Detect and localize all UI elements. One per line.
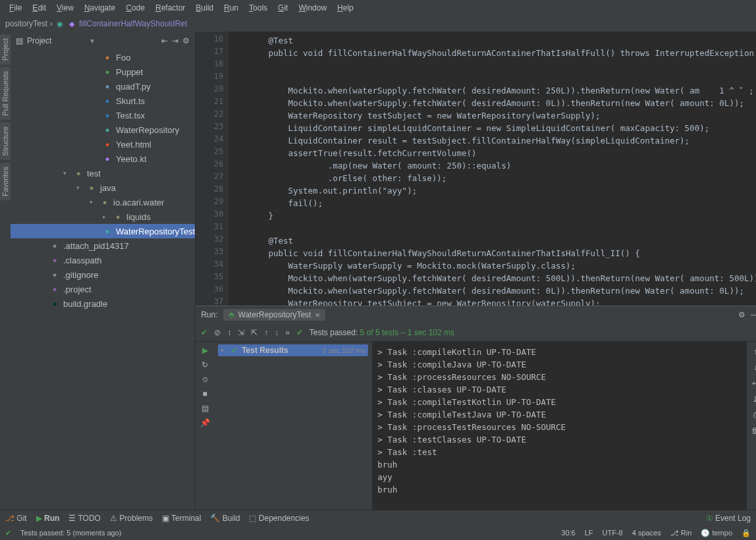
git-branch[interactable]: ⎇ Rin (670, 529, 692, 537)
layout-icon[interactable]: ▤ (202, 404, 209, 413)
tree-item[interactable]: ●.attach_pid14317 (11, 238, 195, 253)
tree-item[interactable]: ▾●java (11, 180, 195, 195)
menu-navigate[interactable]: Navigate (79, 3, 121, 13)
tree-item[interactable]: ●Yeet.html (11, 137, 195, 151)
expand-all-icon[interactable]: ⇥ (172, 36, 178, 45)
tree-item[interactable]: ●WaterRepository (11, 122, 195, 137)
prev-icon[interactable]: ↑ (264, 328, 268, 337)
left-tab-project[interactable]: Project (0, 34, 11, 65)
project-title[interactable]: Project (27, 36, 86, 45)
more-icon[interactable]: » (285, 328, 290, 337)
breadcrumb-segment[interactable]: positoryTest (5, 19, 47, 28)
tree-item[interactable]: ●.gitignore (11, 267, 195, 282)
print-icon[interactable]: ⎙ (753, 410, 756, 419)
soft-wrap-icon[interactable]: ↩ (752, 379, 756, 388)
tree-item[interactable]: ▾●io.acari.water (11, 195, 195, 209)
caret-position[interactable]: 30:6 (561, 529, 575, 537)
tool-run[interactable]: ▶ Run (36, 514, 60, 523)
tool-eventlog[interactable]: ① Event Log (706, 514, 751, 523)
left-tab-structure[interactable]: Structure (0, 122, 11, 160)
chevron-icon[interactable]: ▾ (90, 199, 96, 205)
left-tab-favorites[interactable]: Favorites (0, 163, 11, 200)
run-icon[interactable]: ▶ (202, 346, 208, 355)
project-tree[interactable]: ●Foo●Puppet●quadT.py●Skurt.ts●Test.tsx●W… (11, 50, 195, 510)
chevron-icon[interactable]: ▾ (76, 184, 83, 191)
pin-icon[interactable]: 📌 (200, 418, 210, 427)
clock[interactable]: 🕓 tempo (701, 529, 732, 537)
tree-item[interactable]: ●WaterRepositoryTest (11, 224, 195, 238)
close-icon[interactable]: ✕ (315, 311, 320, 319)
git-icon: ● (50, 270, 59, 279)
gear-icon[interactable]: ⚙ (182, 36, 190, 45)
menu-file[interactable]: File (4, 3, 27, 13)
expand-icon[interactable]: ⇲ (238, 328, 244, 337)
chevron-icon[interactable]: ▾ (63, 170, 70, 176)
collapse-icon[interactable]: ⇱ (251, 328, 257, 337)
tree-item[interactable]: ●Yeeto.kt (11, 151, 195, 166)
class-icon: ● (103, 227, 112, 236)
breadcrumb-method[interactable]: fillContainerHalfWayShouldRet (79, 19, 187, 28)
tool-terminal[interactable]: ▣ Terminal (162, 514, 201, 523)
filter-icon[interactable]: ⊘ (214, 328, 221, 337)
tree-item[interactable]: ●build.gradle (11, 296, 195, 311)
tree-item[interactable]: ●.classpath (11, 253, 195, 267)
tool-todo[interactable]: ☰ TODO (68, 514, 101, 523)
tree-item[interactable]: ●Foo (11, 50, 195, 65)
eclipse-icon: ● (50, 284, 59, 294)
menu-view[interactable]: View (51, 3, 79, 13)
tree-item-label: Yeet.html (116, 140, 151, 149)
chevron-down-icon[interactable]: ▾ (221, 347, 227, 354)
stop-icon[interactable]: ■ (203, 389, 207, 398)
tree-item-label: io.acari.water (113, 198, 164, 207)
chevron-icon[interactable]: ▸ (103, 213, 109, 220)
menu-edit[interactable]: Edit (27, 3, 51, 13)
tool-deps[interactable]: ⬚ Dependencies (249, 514, 309, 523)
tree-item[interactable]: ●Puppet (11, 65, 195, 79)
menu-refactor[interactable]: Refactor (150, 3, 190, 13)
project-view-icon[interactable]: ▤ (16, 36, 23, 45)
clear-icon[interactable]: 🗑 (751, 426, 756, 435)
kotlin-icon: ◆ (67, 19, 76, 28)
tree-item[interactable]: ●quadT.py (11, 79, 195, 94)
indent[interactable]: 4 spaces (632, 529, 661, 537)
tree-item[interactable]: ●Skurt.ts (11, 94, 195, 108)
test-results-tree[interactable]: ▾ ✔ Test Results 1 sec 102 ms (214, 342, 372, 510)
rerun-icon[interactable]: ↻ (202, 360, 208, 369)
up-icon[interactable]: ↑ (753, 347, 756, 356)
tree-item-label: .gitignore (63, 270, 98, 280)
menu-help[interactable]: Help (332, 3, 359, 13)
menu-build[interactable]: Build (190, 3, 219, 13)
down-icon[interactable]: ↓ (753, 363, 756, 372)
code-area[interactable]: @Test public void fillContainerHalfWaySh… (229, 32, 756, 306)
collapse-all-icon[interactable]: ⇤ (161, 36, 168, 45)
class-icon: ◉ (55, 19, 65, 28)
console-toolbar: ↑ ↓ ↩ ⤓ ⎙ 🗑 (747, 342, 756, 510)
tree-item[interactable]: ●.project (11, 282, 195, 296)
tree-item[interactable]: ▾●test (11, 166, 195, 180)
tool-build[interactable]: 🔨 Build (210, 514, 240, 523)
sort-icon[interactable]: ↕ (227, 328, 231, 337)
run-console[interactable]: > Task :compileKotlin UP-TO-DATE > Task … (372, 342, 747, 510)
menu-code[interactable]: Code (121, 3, 150, 13)
lock-icon[interactable]: 🔒 (742, 529, 751, 537)
encoding[interactable]: UTF-8 (603, 529, 623, 537)
tool-git[interactable]: ⎇ Git (5, 514, 27, 523)
menu-tools[interactable]: Tools (244, 3, 273, 13)
line-separator[interactable]: LF (585, 529, 593, 537)
menu-window[interactable]: Window (293, 3, 332, 13)
menu-git[interactable]: Git (273, 3, 293, 13)
kotlin-icon: ● (103, 154, 112, 163)
left-tab-pull-requests[interactable]: Pull Requests (0, 67, 11, 120)
check-icon[interactable]: ✔ (201, 328, 207, 337)
tree-item[interactable]: ●Test.tsx (11, 108, 195, 122)
toggle-icon[interactable]: ⎊ (203, 375, 207, 384)
tree-item[interactable]: ▸●liquids (11, 209, 195, 224)
scroll-to-end-icon[interactable]: ⤓ (752, 394, 756, 404)
minimize-icon[interactable]: — (751, 310, 756, 319)
tool-problems[interactable]: ⚠ Problems (110, 514, 153, 523)
gear-icon[interactable]: ⚙ (738, 310, 745, 319)
run-config-tab[interactable]: ⬘ WaterRepositoryTest ✕ (223, 309, 326, 321)
chevron-down-icon[interactable]: ▾ (90, 36, 94, 45)
menu-run[interactable]: Run (219, 3, 244, 13)
next-icon[interactable]: ↓ (275, 328, 279, 337)
